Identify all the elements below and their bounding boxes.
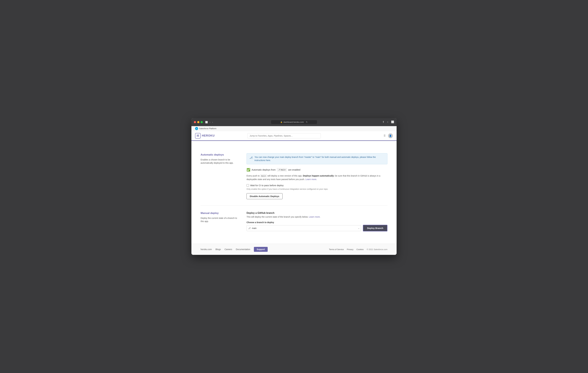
heroku-brand-name: HEROKU <box>202 134 215 137</box>
nav-bar: ℍ HEROKU ⠿ 👤 <box>191 131 397 141</box>
deploy-desc-text: This will deploy the current state of th… <box>247 216 308 218</box>
branch-select-row: ⎇ main ⌄ Deploy Branch <box>247 225 388 231</box>
automatic-deploys-description: Enables a chosen branch to be automatica… <box>200 158 241 165</box>
sidebar-icon[interactable]: ⬜ <box>391 121 394 124</box>
footer-copyright: © 2021 Salesforce.com <box>367 248 388 251</box>
info-banner-text: You can now change your main deploy bran… <box>254 155 385 162</box>
footer-link-blogs[interactable]: Blogs <box>215 248 221 251</box>
footer: heroku.com Blogs Careers Documentation S… <box>191 244 397 255</box>
minimize-button[interactable] <box>197 121 199 123</box>
footer-link-careers[interactable]: Careers <box>224 248 232 251</box>
learn-more-link[interactable]: Learn more <box>305 178 316 181</box>
titlebar: ⬜ ‹ › 🔒 dashboard.heroku.com ↻ ⬆ ＋ ⬜ <box>191 118 397 126</box>
manual-deploy-left: Manual deploy Deploy the current state o… <box>200 212 241 231</box>
back-icon[interactable]: ‹ <box>210 121 210 123</box>
close-button[interactable] <box>194 121 196 123</box>
deploy-github-title: Deploy a GitHub branch <box>247 212 388 214</box>
footer-link-heroku[interactable]: heroku.com <box>200 248 212 251</box>
footer-cookies-link[interactable]: Cookies <box>357 248 364 251</box>
traffic-lights <box>194 121 203 123</box>
deploy-bold: Deploys happen automatically: <box>303 175 335 177</box>
main-content: Automatic deploys Enables a chosen branc… <box>191 141 397 244</box>
branch-select-wrapper: ⎇ main ⌄ <box>247 225 361 231</box>
manual-learn-more-link[interactable]: Learn more <box>309 216 320 218</box>
manual-deploy-section: Manual deploy Deploy the current state o… <box>200 205 388 238</box>
tab-icon: ⬜ <box>205 121 208 123</box>
heroku-header: ☁ Salesforce Platform ℍ HEROKU ⠿ 👤 <box>191 126 397 141</box>
footer-link-documentation[interactable]: Documentation <box>236 248 250 251</box>
automatic-deploys-right: ⎇ You can now change your main deploy br… <box>247 153 388 199</box>
nav-controls: ⬜ ‹ › <box>205 121 213 123</box>
heroku-icon: ℍ <box>195 133 200 139</box>
footer-privacy-link[interactable]: Privacy <box>347 248 353 251</box>
salesforce-logo: ☁ <box>195 127 198 130</box>
grid-icon[interactable]: ⠿ <box>384 134 386 137</box>
ci-checkbox-label: Wait for CI to pass before deploy <box>250 184 284 187</box>
ci-help-text: Only enable this option if you have a Co… <box>247 188 388 190</box>
check-icon: ✅ <box>247 168 250 172</box>
support-button[interactable]: Support <box>254 247 268 252</box>
info-here-link[interactable]: here <box>266 159 270 162</box>
status-text-after: are enabled <box>288 168 300 171</box>
ci-checkbox-row: Wait for CI to pass before deploy <box>247 184 388 187</box>
lock-icon: 🔒 <box>280 121 283 123</box>
heroku-logo[interactable]: ℍ HEROKU <box>195 133 215 139</box>
avatar[interactable]: 👤 <box>388 133 393 138</box>
branch-small-icon: ⎇ <box>278 169 280 171</box>
share-icon[interactable]: ⬆ <box>382 121 384 124</box>
add-tab-icon[interactable]: ＋ <box>387 121 389 124</box>
nav-icons: ⠿ 👤 <box>384 133 393 138</box>
deploy-branch-button[interactable]: Deploy Branch <box>363 225 388 231</box>
footer-right: Terms of Service Privacy Cookies © 2021 … <box>329 248 388 251</box>
salesforce-label: Salesforce Platform <box>199 127 216 130</box>
footer-terms-link[interactable]: Terms of Service <box>329 248 344 251</box>
automatic-deploys-title: Automatic deploys <box>200 153 241 156</box>
manual-deploy-right: Deploy a GitHub branch This will deploy … <box>247 212 388 231</box>
choose-branch-label: Choose a branch to deploy <box>247 221 388 224</box>
browser-window: ⬜ ‹ › 🔒 dashboard.heroku.com ↻ ⬆ ＋ ⬜ ☁ S… <box>191 118 397 255</box>
branch-icon: ⎇ <box>250 156 253 160</box>
branch-code: main <box>260 174 267 177</box>
branch-badge: ⎇ main <box>277 168 287 171</box>
info-banner: ⎇ You can now change your main deploy br… <box>247 153 388 164</box>
titlebar-actions: ⬆ ＋ ⬜ <box>382 121 394 124</box>
automatic-deploys-left: Automatic deploys Enables a chosen branc… <box>200 153 241 199</box>
maximize-button[interactable] <box>200 121 203 123</box>
search-input[interactable] <box>247 133 321 138</box>
branch-select[interactable]: main <box>247 225 361 231</box>
url-bar[interactable]: 🔒 dashboard.heroku.com ↻ <box>271 120 317 124</box>
deploy-github-desc: This will deploy the current state of th… <box>247 216 388 218</box>
auto-deploy-status: ✅ Automatic deploys from ⎇ main are enab… <box>247 168 388 172</box>
url-text: dashboard.heroku.com <box>284 121 304 123</box>
manual-deploy-title: Manual deploy <box>200 212 241 215</box>
forward-icon[interactable]: › <box>212 121 213 123</box>
automatic-deploys-section: Automatic deploys Enables a chosen branc… <box>200 147 388 205</box>
status-text-before: Automatic deploys from <box>252 168 276 171</box>
branch-name: main <box>281 169 286 171</box>
refresh-icon[interactable]: ↻ <box>306 121 308 123</box>
ci-checkbox[interactable] <box>247 184 249 187</box>
salesforce-bar: ☁ Salesforce Platform <box>191 126 397 131</box>
disable-automatic-deploys-button[interactable]: Disable Automatic Deploys <box>247 193 283 199</box>
auto-deploy-desc: Every push to main will deploy a new ver… <box>247 174 388 181</box>
manual-deploy-description: Deploy the current state of a branch to … <box>200 217 241 223</box>
